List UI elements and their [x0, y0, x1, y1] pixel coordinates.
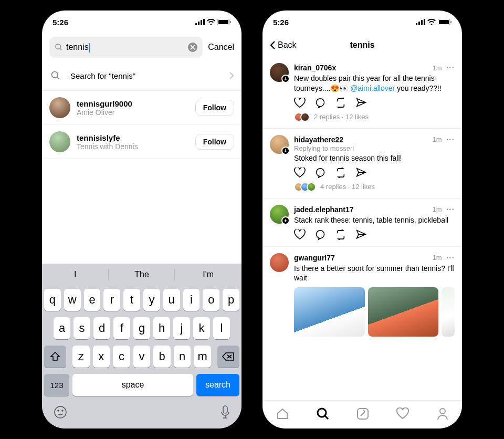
suggestion[interactable]: The: [109, 264, 175, 286]
svg-point-32: [440, 409, 445, 414]
key-c[interactable]: c: [113, 346, 130, 368]
follow-button[interactable]: Follow: [195, 100, 234, 116]
more-button[interactable]: ···: [446, 135, 455, 144]
search-input[interactable]: tennis: [49, 37, 203, 58]
avatar[interactable]: +: [270, 135, 289, 154]
key-v[interactable]: v: [133, 346, 151, 368]
svg-point-28: [317, 230, 324, 238]
mention-link[interactable]: @aimi.allover: [350, 84, 395, 92]
user-result-row[interactable]: tennisgurl9000 Amie Oliver Follow: [42, 91, 242, 125]
repost-icon[interactable]: [335, 168, 346, 178]
share-icon[interactable]: [356, 168, 366, 178]
tab-search[interactable]: [316, 407, 330, 423]
avatar[interactable]: [270, 253, 289, 272]
post-gallery[interactable]: [294, 287, 455, 337]
repost-icon[interactable]: [335, 98, 346, 108]
follow-button[interactable]: Follow: [195, 134, 234, 150]
svg-point-27: [317, 168, 324, 176]
suggestion[interactable]: I: [42, 264, 109, 286]
post-username[interactable]: kiran_0706x: [294, 64, 336, 72]
post[interactable]: + jaded.elephant17 1m ··· Stack rank the…: [262, 198, 462, 247]
keyboard[interactable]: I The I'm qwertyuiop asdfghjkl zxcvbnm 1…: [42, 264, 242, 428]
post[interactable]: gwangurl77 1m ··· Is there a better spor…: [262, 247, 462, 343]
key-k[interactable]: k: [193, 317, 210, 339]
post-meta[interactable]: 2 replies · 12 likes: [294, 112, 455, 122]
suggestion[interactable]: I'm: [175, 264, 242, 286]
key-r[interactable]: r: [103, 289, 120, 311]
tab-compose[interactable]: [356, 407, 370, 423]
key-q[interactable]: q: [44, 289, 61, 311]
key-t[interactable]: t: [123, 289, 140, 311]
comment-icon[interactable]: [315, 229, 326, 240]
post-image[interactable]: [442, 287, 454, 337]
avatar[interactable]: +: [270, 63, 289, 82]
key-d[interactable]: d: [93, 317, 110, 339]
feed[interactable]: + kiran_0706x 1m ··· New doubles pair th…: [262, 57, 462, 400]
search-key[interactable]: search: [196, 374, 239, 396]
post[interactable]: + kiran_0706x 1m ··· New doubles pair th…: [262, 57, 462, 129]
key-b[interactable]: b: [153, 346, 171, 368]
like-icon[interactable]: [294, 168, 306, 178]
display-name: Tennis with Dennis: [77, 142, 189, 151]
post-username[interactable]: jaded.elephant17: [294, 205, 354, 214]
key-g[interactable]: g: [133, 317, 150, 339]
more-button[interactable]: ···: [446, 205, 455, 214]
replying-to[interactable]: Replying to mosseri: [294, 144, 455, 152]
post[interactable]: + hidayathere22 1m ··· Replying to mosse…: [262, 129, 462, 198]
post-image[interactable]: [294, 287, 365, 337]
key-m[interactable]: m: [194, 346, 211, 368]
like-icon[interactable]: [294, 229, 306, 240]
share-icon[interactable]: [356, 229, 366, 240]
comment-icon[interactable]: [315, 168, 326, 178]
key-y[interactable]: y: [143, 289, 160, 311]
key-l[interactable]: l: [213, 317, 230, 339]
battery-icon: [438, 19, 452, 25]
back-button[interactable]: Back: [270, 40, 297, 50]
key-i[interactable]: i: [183, 289, 200, 311]
avatar[interactable]: +: [270, 205, 289, 224]
post-meta[interactable]: 4 replies · 12 likes: [294, 182, 455, 192]
svg-line-30: [325, 416, 328, 419]
key-z[interactable]: z: [72, 346, 90, 368]
shift-key[interactable]: [44, 346, 66, 368]
search-for-row[interactable]: Search for "tennis": [42, 61, 242, 91]
clear-search-button[interactable]: [188, 43, 197, 52]
post-actions: [294, 168, 455, 178]
search-icon: [316, 407, 330, 421]
post-username[interactable]: hidayathere22: [294, 135, 343, 144]
emoji-key[interactable]: [54, 405, 67, 419]
cancel-button[interactable]: Cancel: [208, 43, 234, 52]
backspace-key[interactable]: [217, 346, 239, 368]
key-a[interactable]: a: [54, 317, 70, 339]
more-button[interactable]: ···: [446, 63, 455, 72]
numeric-key[interactable]: 123: [44, 374, 69, 396]
repost-icon[interactable]: [335, 229, 346, 240]
tab-profile[interactable]: [436, 407, 449, 423]
key-u[interactable]: u: [163, 289, 180, 311]
key-w[interactable]: w: [64, 289, 81, 311]
key-x[interactable]: x: [93, 346, 110, 368]
add-badge-icon: +: [281, 75, 290, 83]
key-h[interactable]: h: [153, 317, 170, 339]
user-result-row[interactable]: tennisislyfe Tennis with Dennis Follow: [42, 125, 242, 159]
space-key[interactable]: space: [72, 374, 193, 396]
post-time: 1m: [433, 205, 442, 213]
comment-icon[interactable]: [315, 98, 326, 108]
key-f[interactable]: f: [113, 317, 130, 339]
key-e[interactable]: e: [84, 289, 101, 311]
tab-home[interactable]: [276, 407, 289, 423]
more-button[interactable]: ···: [446, 253, 455, 263]
share-icon[interactable]: [356, 98, 366, 108]
like-icon[interactable]: [294, 98, 306, 108]
mic-key[interactable]: [220, 405, 230, 419]
tab-activity[interactable]: [396, 407, 410, 422]
status-bar: 5:26: [262, 11, 462, 34]
key-o[interactable]: o: [203, 289, 219, 311]
key-p[interactable]: p: [223, 289, 239, 311]
post-image[interactable]: [368, 287, 439, 337]
key-s[interactable]: s: [74, 317, 90, 339]
key-j[interactable]: j: [173, 317, 190, 339]
key-n[interactable]: n: [174, 346, 191, 368]
post-username[interactable]: gwangurl77: [294, 254, 335, 262]
username: tennisislyfe: [77, 133, 189, 142]
